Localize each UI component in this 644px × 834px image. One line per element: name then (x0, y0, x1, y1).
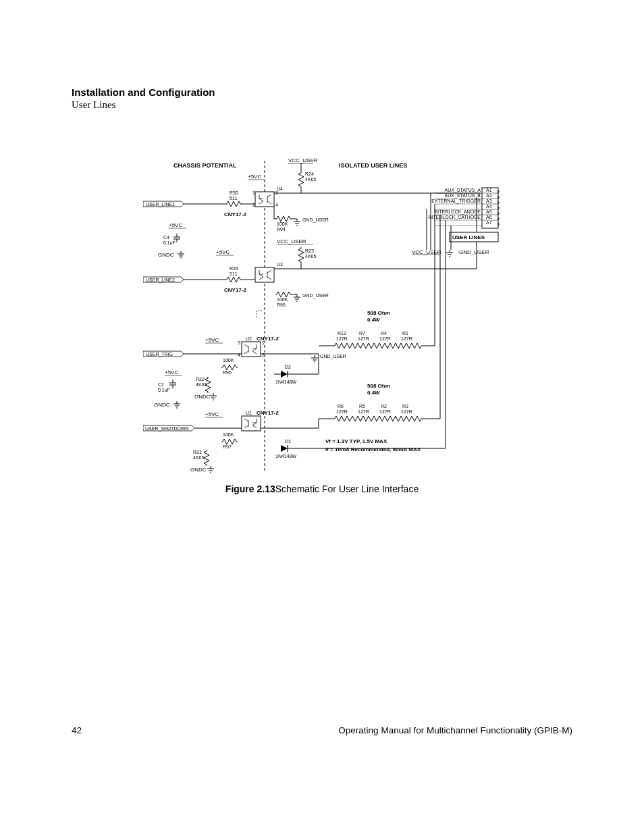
d2: D2 (285, 365, 291, 369)
svg-text:5: 5 (238, 340, 240, 345)
input-user-shutdown: USER_SHUTDOWN (145, 426, 189, 432)
svg-text:127R: 127R (358, 409, 369, 414)
gnd-user-rail: GND_USER (459, 249, 489, 255)
r97v: 100K (223, 432, 234, 437)
vcc-user-top: VCC_USER (288, 157, 318, 163)
svg-text:127R: 127R (379, 409, 391, 414)
figure: CHASSIS POTENTIAL ISOLATED USER LINES VC… (72, 154, 572, 494)
r30v: 511 (230, 196, 238, 201)
r29: R29 (230, 266, 238, 271)
schematic-svg: CHASSIS POTENTIAL ISOLATED USER LINES VC… (143, 154, 501, 478)
vcc-user-rail: VCC_USER (412, 249, 441, 255)
svg-text:1: 1 (262, 340, 265, 345)
manual-title: Operating Manual for Multichannel Functi… (338, 725, 572, 735)
u3: U3 (277, 262, 283, 267)
input-user-line2: USER_LINE2 (146, 278, 175, 283)
plus5vc-3: +5VC (216, 249, 230, 255)
d1: D1 (285, 439, 291, 444)
r12: R12 (338, 331, 346, 336)
c1: C1 (158, 382, 164, 387)
plus5vc-2: +5VC (169, 222, 182, 228)
r22: R22 (196, 377, 205, 382)
input-user-line1: USER_LINE1 (146, 202, 175, 207)
user-lines-box: USER LINES (452, 234, 485, 240)
figure-caption: Figure 2.13Schematic For User Line Inter… (72, 484, 572, 494)
ohm2b: 0.4W (367, 390, 380, 396)
r21: R21 (193, 450, 202, 454)
gnd-user-3: GND_USER (320, 354, 346, 359)
svg-text:4: 4 (238, 353, 240, 357)
r96v: 100K (223, 358, 234, 363)
svg-text:A7: A7 (486, 220, 492, 225)
opto-u4: CNY17-2 (224, 211, 246, 217)
svg-text:4: 4 (275, 203, 278, 207)
sig-a6: INTERLOCK_CATHODE (428, 215, 481, 220)
diode-d2: 1N4148W (275, 380, 297, 384)
sig-a2: AUX_STATUS_B (445, 193, 481, 199)
svg-text:127R: 127R (401, 409, 412, 414)
r21v: 4K65 (193, 455, 204, 460)
plus5vc-4: +5VC (205, 337, 219, 343)
svg-text:127R: 127R (379, 336, 391, 341)
page-footer: 42 Operating Manual for Multichannel Fun… (72, 725, 572, 735)
title-isolated: ISOLATED USER LINES (339, 162, 407, 169)
gndc-r22: GNDC (194, 394, 211, 400)
r3: R3 (402, 404, 408, 409)
r95v: 100K (277, 297, 288, 302)
svg-text:A5: A5 (486, 209, 492, 214)
sig-a1: AUX_STATUS_A (445, 188, 481, 193)
sig-a5: INTERLOCK_ANODE (434, 209, 481, 215)
svg-text:A3: A3 (486, 199, 492, 203)
r30: R30 (230, 190, 238, 195)
r24: R24 (305, 172, 314, 176)
svg-text:A6: A6 (486, 215, 492, 219)
figure-caption-text: Schematic For User Line Interface (275, 484, 419, 494)
figure-label: Figure 2.13 (225, 484, 275, 494)
r23v: 4K65 (305, 254, 316, 259)
page-number: 42 (72, 725, 82, 735)
opto-u2: CNY17-2 (257, 336, 279, 342)
r6: R6 (338, 404, 344, 409)
ohm1b: 0.4W (367, 317, 380, 323)
r2: R2 (381, 404, 387, 409)
plus5vc-5: +5VC (165, 369, 178, 375)
opto-u3: CNY17-2 (224, 287, 246, 293)
svg-text:A1: A1 (486, 188, 492, 192)
svg-text:127R: 127R (336, 409, 348, 414)
gnd-user-2: GND_USER (302, 293, 329, 298)
section-heading: Installation and Configuration User Line… (72, 86, 572, 111)
ohm1a: 508 Ohm (367, 310, 390, 316)
c1v: 0.1uF (158, 388, 170, 392)
svg-text:127R: 127R (358, 336, 369, 341)
r5: R5 (359, 404, 365, 409)
r7: R7 (359, 331, 365, 336)
r24v: 4K65 (305, 177, 316, 182)
c4v: 0.1uF (163, 240, 176, 245)
gndc-1: GNDC (158, 252, 174, 258)
gndc-2: GNDC (154, 402, 170, 408)
r29v: 511 (230, 271, 238, 276)
if-note: If = 10mA Recommended, 90mA MAX (325, 446, 421, 452)
diode-d1: 1N4148W (275, 454, 297, 459)
r95: R95 (277, 303, 286, 307)
vcc-user-u3: VCC_USER (277, 238, 306, 244)
svg-text:A2: A2 (486, 193, 492, 198)
gndc-3: GNDC (190, 467, 207, 473)
r97: R97 (223, 444, 232, 449)
u2: U2 (246, 336, 252, 341)
svg-text:1: 1 (252, 190, 255, 195)
svg-text:2: 2 (262, 353, 265, 357)
title-chassis: CHASSIS POTENTIAL (173, 162, 237, 169)
u1: U1 (246, 411, 252, 415)
ohm2a: 508 Ohm (367, 383, 390, 389)
plus5vc-1: +5VC (248, 174, 261, 180)
svg-text:127R: 127R (401, 336, 412, 341)
gnd-user-1: GND_USER (302, 217, 329, 223)
svg-text:2: 2 (252, 203, 255, 207)
c4: C4 (163, 235, 169, 240)
r94v: 100K (277, 221, 288, 226)
r94: R94 (277, 227, 286, 232)
r4: R4 (381, 331, 387, 336)
section-title: Installation and Configuration (72, 86, 572, 98)
plus5vc-6: +5VC (205, 411, 219, 417)
